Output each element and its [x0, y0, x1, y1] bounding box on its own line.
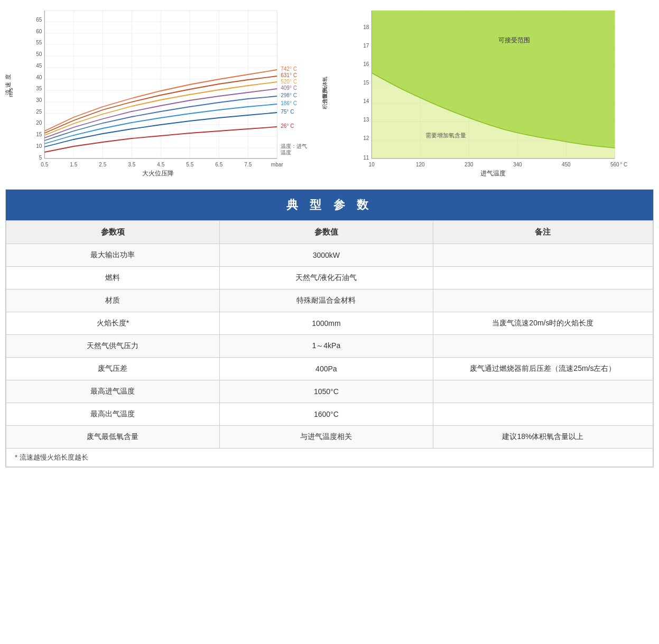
svg-text:7.5: 7.5 — [244, 162, 252, 167]
col-header-note: 备注 — [433, 221, 653, 244]
svg-text:45: 45 — [36, 63, 42, 69]
svg-text:13: 13 — [363, 117, 369, 123]
svg-text:340: 340 — [513, 162, 522, 167]
right-chart-container: 11 12 13 14 15 16 17 18 10 120 230 340 4… — [332, 5, 654, 185]
svg-text:409° C: 409° C — [281, 85, 297, 91]
svg-text:50: 50 — [36, 51, 42, 57]
param-value-cell: 1050°C — [219, 380, 433, 403]
svg-text:m/s: m/s — [7, 88, 14, 97]
param-name-cell: 燃料 — [6, 267, 220, 290]
table-row: 最大输出功率3000kW — [6, 244, 653, 267]
svg-text:11: 11 — [363, 155, 369, 161]
params-table: 参数项 参数值 备注 最大输出功率3000kW燃料天然气/液化石油气材质特殊耐温… — [6, 220, 653, 449]
param-note-cell — [433, 290, 653, 312]
param-note-cell — [433, 244, 653, 267]
svg-text:1.5: 1.5 — [70, 162, 77, 167]
svg-text:742° C: 742° C — [281, 66, 297, 72]
svg-text:75° C: 75° C — [281, 109, 294, 115]
svg-text:520° C: 520° C — [281, 79, 297, 85]
svg-text:5: 5 — [39, 155, 42, 161]
param-note-cell — [433, 380, 653, 403]
svg-text:需要增加氧含量: 需要增加氧含量 — [425, 132, 466, 138]
svg-text:15: 15 — [363, 80, 369, 86]
svg-text:3.5: 3.5 — [128, 162, 135, 167]
svg-text:0.5: 0.5 — [41, 162, 48, 167]
svg-text:10: 10 — [368, 162, 375, 167]
svg-text:17: 17 — [363, 43, 369, 49]
svg-text:35: 35 — [36, 86, 42, 91]
svg-text:560: 560 — [610, 162, 619, 167]
param-note-cell — [433, 403, 653, 426]
param-value-cell: 3000kW — [219, 244, 433, 267]
svg-text:15: 15 — [36, 132, 42, 137]
svg-text:2.5: 2.5 — [99, 162, 106, 167]
svg-text:温度：进气: 温度：进气 — [281, 143, 307, 149]
param-value-cell: 400Pa — [219, 358, 433, 380]
svg-text:40: 40 — [36, 74, 42, 80]
svg-text:mbar: mbar — [271, 162, 283, 167]
svg-text:18: 18 — [363, 24, 369, 30]
param-note-cell — [433, 335, 653, 358]
svg-text:5.5: 5.5 — [186, 162, 193, 167]
svg-text:20: 20 — [36, 120, 42, 126]
svg-text:16: 16 — [363, 61, 369, 67]
svg-text:14: 14 — [363, 98, 369, 104]
svg-text:10: 10 — [36, 143, 42, 149]
svg-text:° C: ° C — [620, 162, 627, 167]
param-name-cell: 最高进气温度 — [6, 380, 220, 403]
svg-text:温度: 温度 — [281, 150, 291, 155]
table-header-row: 参数项 参数值 备注 — [6, 221, 653, 244]
table-section: 典 型 参 数 参数项 参数值 备注 最大输出功率3000kW燃料天然气/液化石… — [5, 189, 654, 468]
svg-text:631° C: 631° C — [281, 72, 297, 78]
param-note-cell: 建议18%体积氧含量以上 — [433, 426, 653, 449]
param-note-cell: 废气通过燃烧器前后压差（流速25m/s左右） — [433, 358, 653, 380]
param-name-cell: 火焰长度* — [6, 312, 220, 335]
svg-text:60: 60 — [36, 29, 42, 34]
svg-text:450: 450 — [561, 162, 570, 167]
param-value-cell: 1000mm — [219, 312, 433, 335]
param-name-cell: 废气压差 — [6, 358, 220, 380]
col-header-param: 参数项 — [6, 221, 220, 244]
svg-text:25: 25 — [36, 109, 42, 115]
svg-text:12: 12 — [363, 135, 369, 141]
svg-text:230: 230 — [464, 162, 473, 167]
svg-text:可接受范围: 可接受范围 — [498, 36, 530, 44]
svg-text:进气温度: 进气温度 — [480, 170, 506, 177]
svg-text:298° C: 298° C — [281, 92, 297, 98]
svg-text:4.5: 4.5 — [157, 162, 164, 167]
param-name-cell: 天然气供气压力 — [6, 335, 220, 358]
footnote: * 流速越慢火焰长度越长 — [6, 449, 653, 467]
param-value-cell: 特殊耐温合金材料 — [219, 290, 433, 312]
svg-text:26° C: 26° C — [281, 123, 294, 129]
param-value-cell: 与进气温度相关 — [219, 426, 433, 449]
table-row: 火焰长度*1000mm当废气流速20m/s时的火焰长度 — [6, 312, 653, 335]
param-value-cell: 1600°C — [219, 403, 433, 426]
svg-text:120: 120 — [415, 162, 424, 167]
param-value-cell: 天然气/液化石油气 — [219, 267, 433, 290]
param-name-cell: 最大输出功率 — [6, 244, 220, 267]
param-note-cell: 当废气流速20m/s时的火焰长度 — [433, 312, 653, 335]
section-title: 典 型 参 数 — [6, 190, 653, 220]
param-name-cell: 废气最低氧含量 — [6, 426, 220, 449]
param-value-cell: 1～4kPa — [219, 335, 433, 358]
left-chart-container: 5 10 15 20 25 30 35 40 45 50 55 60 65 0.… — [5, 5, 327, 185]
param-name-cell: 最高出气温度 — [6, 403, 220, 426]
table-row: 燃料天然气/液化石油气 — [6, 267, 653, 290]
svg-text:6.5: 6.5 — [215, 162, 222, 167]
svg-text:30: 30 — [36, 97, 42, 103]
table-row: 最高出气温度1600°C — [6, 403, 653, 426]
svg-text:大火位压降: 大火位压降 — [142, 170, 174, 177]
table-row: 材质特殊耐温合金材料 — [6, 290, 653, 312]
table-row: 废气最低氧含量与进气温度相关建议18%体积氧含量以上 — [6, 426, 653, 449]
svg-text:积分数): 积分数) — [322, 91, 328, 109]
param-note-cell — [433, 267, 653, 290]
table-row: 最高进气温度1050°C — [6, 380, 653, 403]
table-row: 天然气供气压力1～4kPa — [6, 335, 653, 358]
table-row: 废气压差400Pa废气通过燃烧器前后压差（流速25m/s左右） — [6, 358, 653, 380]
top-section: 5 10 15 20 25 30 35 40 45 50 55 60 65 0.… — [0, 0, 659, 185]
col-header-value: 参数值 — [219, 221, 433, 244]
svg-text:65: 65 — [36, 17, 42, 23]
param-name-cell: 材质 — [6, 290, 220, 312]
svg-text:186° C: 186° C — [281, 100, 297, 106]
svg-text:55: 55 — [36, 40, 42, 45]
